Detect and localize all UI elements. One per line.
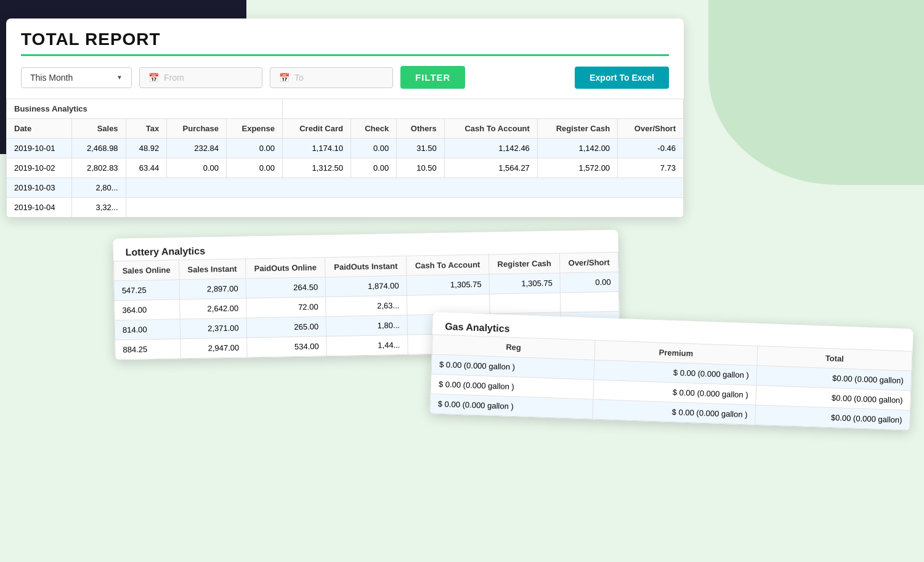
business-analytics-table: Business Analytics Date Sales Tax Purcha… bbox=[6, 99, 684, 218]
cell-cash-to-account bbox=[407, 294, 489, 315]
gas-analytics-table: Reg Premium Total $ 0.00 (0.000 gallon )… bbox=[429, 334, 912, 430]
cell-sales: 2,468.98 bbox=[72, 139, 126, 158]
cell-sales-online: 364.00 bbox=[115, 299, 180, 320]
empty-header bbox=[283, 99, 684, 119]
to-date-input[interactable]: 📅 To bbox=[270, 67, 393, 88]
cell-sales-instant: 2,642.00 bbox=[179, 298, 246, 319]
cell-paidouts-online: 534.00 bbox=[246, 336, 326, 357]
table-row: 2019-10-02 2,802.83 63.44 0.00 0.00 1,31… bbox=[7, 158, 684, 178]
cell-purchase: 232.84 bbox=[167, 139, 227, 158]
month-select[interactable]: This Month ▼ bbox=[21, 67, 132, 88]
cell-check: 0.00 bbox=[351, 158, 397, 178]
col-date: Date bbox=[7, 119, 72, 139]
cell-sales-online: 884.25 bbox=[115, 339, 180, 360]
calendar-icon: 📅 bbox=[148, 73, 159, 83]
cell-paidouts-online: 72.00 bbox=[246, 297, 326, 318]
col-paidouts-online: PaidOuts Online bbox=[245, 258, 325, 279]
cell-purchase: 0.00 bbox=[167, 158, 227, 178]
cell-credit-card: 1,174.10 bbox=[283, 139, 351, 158]
gas-analytics-card: Gas Analytics Reg Premium Total $ 0.00 (… bbox=[429, 312, 913, 430]
main-report-card: TOTAL REPORT This Month ▼ 📅 From 📅 To FI… bbox=[6, 18, 684, 218]
cell-partial bbox=[126, 198, 683, 218]
chevron-down-icon: ▼ bbox=[116, 74, 123, 81]
from-placeholder: From bbox=[164, 73, 184, 83]
cell-expense: 0.00 bbox=[227, 139, 283, 158]
cell-partial bbox=[126, 178, 683, 198]
col-sales: Sales bbox=[72, 119, 126, 139]
cell-cash-to-account: 1,142.46 bbox=[444, 139, 537, 158]
col-register-cash: Register Cash bbox=[537, 119, 617, 139]
cell-tax: 48.92 bbox=[126, 139, 167, 158]
cell-others: 31.50 bbox=[397, 139, 445, 158]
cell-paidouts-instant: 2,63... bbox=[326, 295, 407, 316]
cell-over-short: 7.73 bbox=[618, 158, 684, 178]
table-row: 2019-10-03 2,80... bbox=[7, 178, 684, 198]
col-over-short: Over/Short bbox=[618, 119, 684, 139]
cell-expense: 0.00 bbox=[227, 158, 283, 178]
filter-row: This Month ▼ 📅 From 📅 To FILTER Export T… bbox=[6, 66, 684, 99]
cell-over-short: 0.00 bbox=[560, 272, 618, 293]
cell-date: 2019-10-04 bbox=[7, 198, 72, 218]
cell-paidouts-online: 265.00 bbox=[246, 317, 326, 338]
col-tax: Tax bbox=[126, 119, 167, 139]
export-button[interactable]: Export To Excel bbox=[575, 67, 669, 89]
col-purchase: Purchase bbox=[167, 119, 227, 139]
col-cash-to-account: Cash To Account bbox=[444, 119, 537, 139]
cell-cash-to-account: 1,305.75 bbox=[407, 274, 489, 295]
cell-sales-online: 814.00 bbox=[115, 319, 180, 340]
cell-credit-card: 1,312.50 bbox=[283, 158, 351, 178]
from-date-input[interactable]: 📅 From bbox=[139, 67, 262, 88]
table-row: 2019-10-01 2,468.98 48.92 232.84 0.00 1,… bbox=[7, 139, 684, 158]
col-paidouts-instant: PaidOuts Instant bbox=[325, 256, 407, 277]
bg-shape-right bbox=[708, 0, 924, 185]
col-sales-instant: Sales Instant bbox=[179, 259, 246, 280]
cell-over-short bbox=[561, 291, 619, 312]
cell-register-cash: 1,572.00 bbox=[537, 158, 617, 178]
cell-sales-online: 547.25 bbox=[114, 280, 179, 301]
col-others: Others bbox=[397, 119, 445, 139]
cell-date: 2019-10-01 bbox=[7, 139, 72, 158]
cell-paidouts-instant: 1,874.00 bbox=[325, 275, 407, 296]
cell-sales: 2,802.83 bbox=[72, 158, 126, 178]
cell-paidouts-instant: 1,44... bbox=[326, 335, 408, 356]
cell-others: 10.50 bbox=[397, 158, 445, 178]
cell-sales-instant: 2,897.00 bbox=[179, 279, 246, 299]
to-placeholder: To bbox=[294, 73, 304, 83]
col-over-short: Over/Short bbox=[560, 252, 618, 273]
cell-over-short: -0.46 bbox=[618, 139, 684, 158]
cell-paidouts-instant: 1,80... bbox=[326, 315, 407, 336]
cell-tax: 63.44 bbox=[126, 158, 167, 178]
cell-sales-instant: 2,371.00 bbox=[180, 318, 247, 339]
col-expense: Expense bbox=[227, 119, 283, 139]
cell-date: 2019-10-02 bbox=[7, 158, 72, 178]
card-header: TOTAL REPORT bbox=[6, 18, 684, 56]
cell-register-cash: 1,305.75 bbox=[489, 273, 561, 294]
business-analytics-label: Business Analytics bbox=[7, 99, 283, 119]
cell-sales: 2,80... bbox=[72, 178, 126, 198]
cell-date: 2019-10-03 bbox=[7, 178, 72, 198]
cell-sales: 3,32... bbox=[72, 198, 126, 218]
cell-register-cash bbox=[489, 293, 561, 314]
filter-button[interactable]: FILTER bbox=[400, 66, 465, 89]
green-divider bbox=[21, 54, 669, 56]
calendar-icon-to: 📅 bbox=[279, 73, 290, 83]
col-credit-card: Credit Card bbox=[283, 119, 351, 139]
cell-cash-to-account: 1,564.27 bbox=[444, 158, 537, 178]
col-cash-to-account: Cash To Account bbox=[406, 255, 488, 275]
col-register-cash: Register Cash bbox=[488, 253, 560, 274]
col-sales-online: Sales Online bbox=[113, 260, 179, 281]
month-value: This Month bbox=[30, 73, 73, 83]
page-title: TOTAL REPORT bbox=[21, 30, 669, 49]
col-check: Check bbox=[351, 119, 397, 139]
cell-register-cash: 1,142.00 bbox=[537, 139, 617, 158]
cell-check: 0.00 bbox=[351, 139, 397, 158]
cell-paidouts-online: 264.50 bbox=[246, 277, 326, 298]
table-row: 2019-10-04 3,32... bbox=[7, 198, 684, 218]
cell-sales-instant: 2,947.00 bbox=[180, 338, 247, 359]
